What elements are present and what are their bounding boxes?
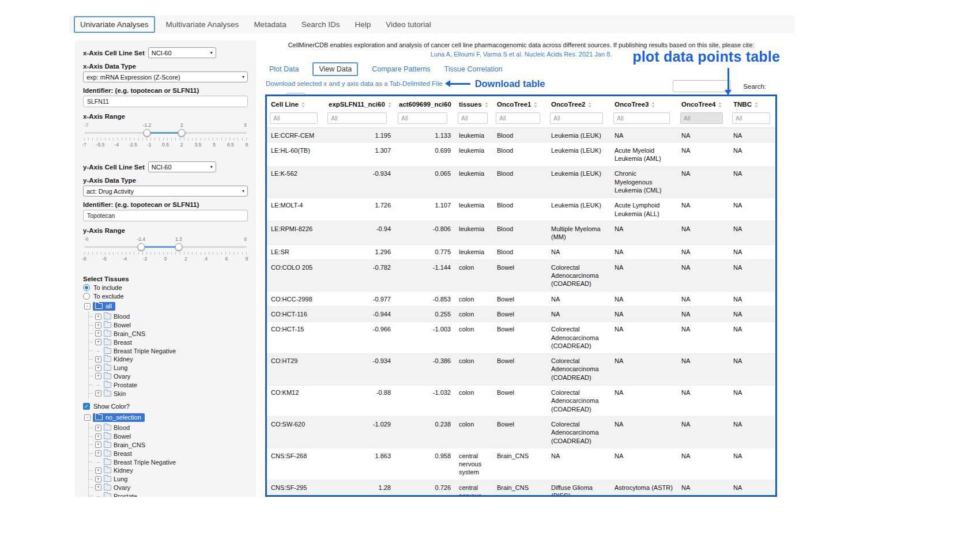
tree-item-kidney[interactable]: +Kidney [89,466,248,475]
expand-icon[interactable]: + [95,373,101,379]
x-axis-range-slider[interactable]: -7 -1.2 2 8 -7-5.5-4-2.5-10.523.556.58 [84,122,247,154]
tree-item-kidney[interactable]: +Kidney [89,355,248,364]
expand-icon[interactable]: + [95,476,101,482]
table-row[interactable]: CO:HCT-116-0.9440.255colonBowelNANANANA [267,307,777,322]
tree-item-prostate[interactable]: –Prostate [89,380,248,389]
filter-input-cell-line[interactable] [270,112,318,124]
slider-handle-low[interactable] [144,129,151,137]
column-header-oncotree3[interactable]: OncoTree3 [610,96,677,111]
nav-tab-help[interactable]: Help [347,16,378,33]
sort-icon[interactable] [485,102,488,108]
tree-root-no-selection[interactable]: no_selection [93,413,145,422]
table-row[interactable]: LE:MOLT-41.7261.107leukemiaBloodLeukemia… [267,198,777,221]
expand-icon[interactable]: + [95,356,101,363]
nav-tab-video-tutorial[interactable]: Video tutorial [378,16,439,33]
sort-icon[interactable] [301,102,305,108]
table-row[interactable]: CO:COLO 205-0.782-1.144colonBowelColorec… [267,260,777,292]
collapse-icon[interactable]: - [84,303,91,310]
sort-icon[interactable] [534,102,537,108]
table-row[interactable]: CO:HT29-0.934-0.386colonBowelColorectal … [267,353,777,385]
y-cell-line-set-select[interactable]: NCI-60 ▾ [148,161,216,172]
expand-icon[interactable]: + [95,441,101,448]
sort-icon[interactable] [651,102,655,108]
filter-input-oncotree1[interactable] [496,112,540,124]
tree-item-skin[interactable]: +Skin [89,389,248,398]
sort-icon[interactable] [755,102,758,108]
column-header-oncotree4[interactable]: OncoTree4 [677,96,729,111]
expand-icon[interactable]: + [95,450,101,456]
sort-icon[interactable] [588,102,591,108]
nav-tab-univariate-analyses[interactable]: Univariate Analyses [74,16,155,33]
tree-item-blood[interactable]: +Blood [89,424,248,432]
radio-to-include[interactable]: To include [83,284,248,291]
filter-input-oncotree4[interactable] [680,112,723,124]
tab-view-data[interactable]: View Data [312,62,358,76]
column-header-cell-line[interactable]: Cell Line [267,96,325,111]
expand-icon[interactable]: + [95,322,101,329]
tree-item-bowel[interactable]: +Bowel [89,432,248,441]
table-row[interactable]: CO:HCC-2998-0.977-0.853colonBowelNANANAN… [267,292,777,307]
y-identifier-input[interactable] [83,210,248,221]
column-header-oncotree1[interactable]: OncoTree1 [493,96,547,111]
slider-handle-high[interactable] [175,243,182,251]
tree-item-breast-triple-negative[interactable]: –Breast Triple Negative [89,458,248,466]
table-row[interactable]: LE:RPMI-8226-0.94-0.806leukemiaBloodMult… [267,221,777,245]
column-header-oncotree2[interactable]: OncoTree2 [547,96,610,111]
filter-input-oncotree2[interactable] [550,112,603,124]
slider-handle-high[interactable] [178,129,186,137]
sort-icon[interactable] [718,102,722,108]
expand-icon[interactable]: + [95,425,101,431]
y-data-type-select[interactable]: act: Drug Activity ▾ [83,186,248,197]
tree-item-ovary[interactable]: +Ovary [89,484,248,492]
tree-root-all[interactable]: all [93,302,115,311]
tab-plot-data[interactable]: Plot Data [269,65,299,73]
nav-tab-multivariate-analyses[interactable]: Multivariate Analyses [159,16,247,33]
tab-tissue-correlation[interactable]: Tissue Correlation [444,65,503,73]
sort-icon[interactable] [388,102,391,108]
filter-input-act609699-nci60[interactable] [398,112,447,124]
expand-icon[interactable]: + [95,365,101,371]
radio-to-exclude[interactable]: To exclude [83,293,248,300]
tree-item-lung[interactable]: +Lung [89,475,248,484]
y-axis-range-slider[interactable]: -8 -2.4 1.3 8 -8-6-4-202468 [84,236,247,269]
column-header-act609699-nci60[interactable]: act609699_nci60 [395,96,455,111]
expand-icon[interactable]: + [95,330,101,337]
expand-icon[interactable]: + [95,390,101,397]
expand-icon[interactable]: + [95,339,101,345]
expand-icon[interactable]: + [95,467,101,474]
table-row[interactable]: CO:KM12-0.88-1.032colonBowelColorectal A… [267,385,777,417]
column-header-expslfn11-nci60[interactable]: expSLFN11_nci60 [325,96,395,111]
filter-input-expslfn11-nci60[interactable] [327,112,387,124]
expand-icon[interactable]: + [95,314,101,320]
tree-item-breast[interactable]: +Breast [89,449,248,458]
nav-tab-search-ids[interactable]: Search IDs [294,16,348,33]
filter-input-oncotree3[interactable] [613,112,670,124]
expand-icon[interactable]: + [95,484,101,490]
x-data-type-select[interactable]: exp: mRNA Expression (Z-Score) ▾ [83,71,248,82]
column-header-tnbc[interactable]: TNBC [729,96,777,111]
x-identifier-input[interactable] [83,96,248,107]
table-row[interactable]: LE:CCRF-CEM1.1951.133leukemiaBloodLeukem… [267,128,777,143]
slider-handle-low[interactable] [137,243,145,251]
tree-item-breast[interactable]: +Breast [89,338,248,346]
nav-tab-metadata[interactable]: Metadata [246,16,293,33]
x-cell-line-set-select[interactable]: NCI-60 ▾ [148,47,216,58]
expand-icon[interactable]: + [95,433,101,440]
tree-item-brain-cns[interactable]: +Brain_CNS [89,330,248,338]
table-row[interactable]: LE:HL-60(TB)1.3070.699leukemiaBloodLeuke… [267,143,777,167]
search-input[interactable] [673,80,730,92]
tree-item-blood[interactable]: +Blood [89,312,248,321]
tree-item-breast-triple-negative[interactable]: –Breast Triple Negative [89,346,248,355]
filter-input-tissues[interactable] [458,112,488,124]
tree-item-lung[interactable]: +Lung [89,364,248,372]
tab-compare-patterns[interactable]: Compare Patterns [372,65,430,73]
tree-item-bowel[interactable]: +Bowel [89,321,248,330]
table-row[interactable]: CNS:SF-2951.280.726central nervous syste… [267,480,777,497]
tree-item-ovary[interactable]: +Ovary [89,372,248,381]
table-row[interactable]: LE:K-562-0.9340.065leukemiaBloodLeukemia… [267,166,777,198]
filter-input-tnbc[interactable] [732,112,770,124]
table-row[interactable]: CNS:SF-2681.8630.958central nervous syst… [267,448,777,480]
sort-icon[interactable] [454,102,455,108]
tree-item-prostate[interactable]: –Prostate [89,492,248,497]
table-row[interactable]: CO:HCT-15-0.966-1.003colonBowelColorecta… [267,322,777,353]
